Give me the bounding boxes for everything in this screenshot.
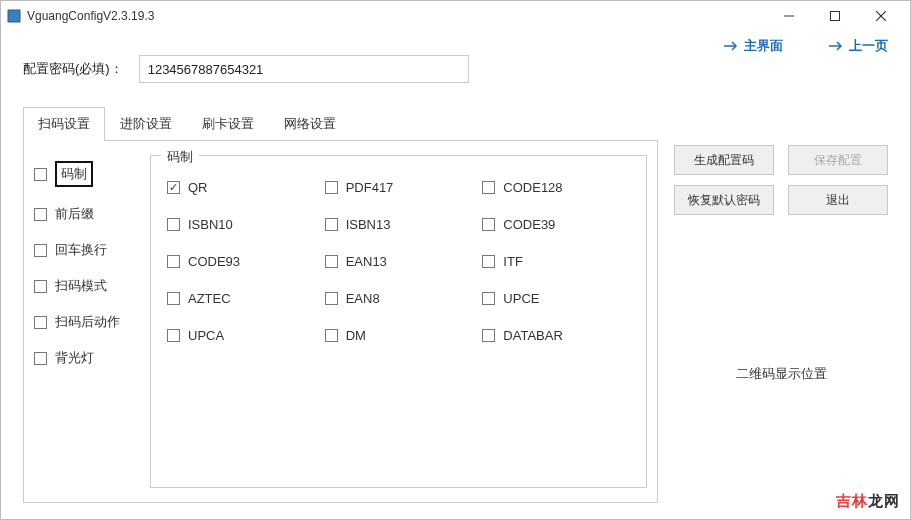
- svg-rect-0: [8, 10, 20, 22]
- side-item-prefix-suffix[interactable]: 前后缀: [34, 205, 120, 223]
- opt-pdf417[interactable]: PDF417: [325, 180, 473, 195]
- opt-code39[interactable]: CODE39: [482, 217, 630, 232]
- opt-qr[interactable]: QR: [167, 180, 315, 195]
- side-item-enter-linefeed[interactable]: 回车换行: [34, 241, 120, 259]
- opt-upce[interactable]: UPCE: [482, 291, 630, 306]
- nav-prev[interactable]: 上一页: [829, 37, 888, 55]
- tab-scan-settings[interactable]: 扫码设置: [23, 107, 105, 140]
- watermark: 吉林龙网: [836, 492, 900, 511]
- nav-main[interactable]: 主界面: [724, 37, 783, 55]
- side-list: 码制 前后缀 回车换行 扫码模式 扫码后动作 背光灯: [34, 155, 120, 488]
- opt-code128[interactable]: CODE128: [482, 180, 630, 195]
- code-type-fieldset: 码制 QR PDF417 CODE128 ISBN10 ISBN13 CODE3…: [150, 155, 647, 488]
- opt-aztec[interactable]: AZTEC: [167, 291, 315, 306]
- tab-advanced-settings[interactable]: 进阶设置: [105, 107, 187, 140]
- titlebar: VguangConfigV2.3.19.3: [1, 1, 910, 31]
- save-config-button[interactable]: 保存配置: [788, 145, 888, 175]
- password-label: 配置密码(必填)：: [23, 60, 123, 78]
- opt-code93[interactable]: CODE93: [167, 254, 315, 269]
- exit-button[interactable]: 退出: [788, 185, 888, 215]
- opt-ean8[interactable]: EAN8: [325, 291, 473, 306]
- app-icon: [7, 9, 21, 23]
- tab-card-settings[interactable]: 刷卡设置: [187, 107, 269, 140]
- side-item-scan-mode[interactable]: 扫码模式: [34, 277, 120, 295]
- side-item-scan-action[interactable]: 扫码后动作: [34, 313, 120, 331]
- maximize-button[interactable]: [812, 1, 858, 31]
- tabs: 扫码设置 进阶设置 刷卡设置 网络设置: [23, 107, 658, 140]
- opt-isbn10[interactable]: ISBN10: [167, 217, 315, 232]
- fieldset-legend: 码制: [161, 148, 199, 166]
- password-input[interactable]: [139, 55, 469, 83]
- minimize-button[interactable]: [766, 1, 812, 31]
- window-title: VguangConfigV2.3.19.3: [27, 9, 154, 23]
- opt-databar[interactable]: DATABAR: [482, 328, 630, 343]
- tab-panel: 码制 前后缀 回车换行 扫码模式 扫码后动作 背光灯 码制 QR PDF417 …: [23, 140, 658, 503]
- opt-ean13[interactable]: EAN13: [325, 254, 473, 269]
- close-button[interactable]: [858, 1, 904, 31]
- side-item-code-type[interactable]: 码制: [34, 161, 120, 187]
- qr-position-label: 二维码显示位置: [674, 365, 888, 383]
- opt-isbn13[interactable]: ISBN13: [325, 217, 473, 232]
- app-window: VguangConfigV2.3.19.3 配置密码(必填)： 扫码设置 进阶设…: [0, 0, 911, 520]
- generate-config-button[interactable]: 生成配置码: [674, 145, 774, 175]
- opt-itf[interactable]: ITF: [482, 254, 630, 269]
- opt-upca[interactable]: UPCA: [167, 328, 315, 343]
- restore-default-password-button[interactable]: 恢复默认密码: [674, 185, 774, 215]
- svg-rect-2: [831, 12, 840, 21]
- tab-network-settings[interactable]: 网络设置: [269, 107, 351, 140]
- opt-dm[interactable]: DM: [325, 328, 473, 343]
- side-item-backlight[interactable]: 背光灯: [34, 349, 120, 367]
